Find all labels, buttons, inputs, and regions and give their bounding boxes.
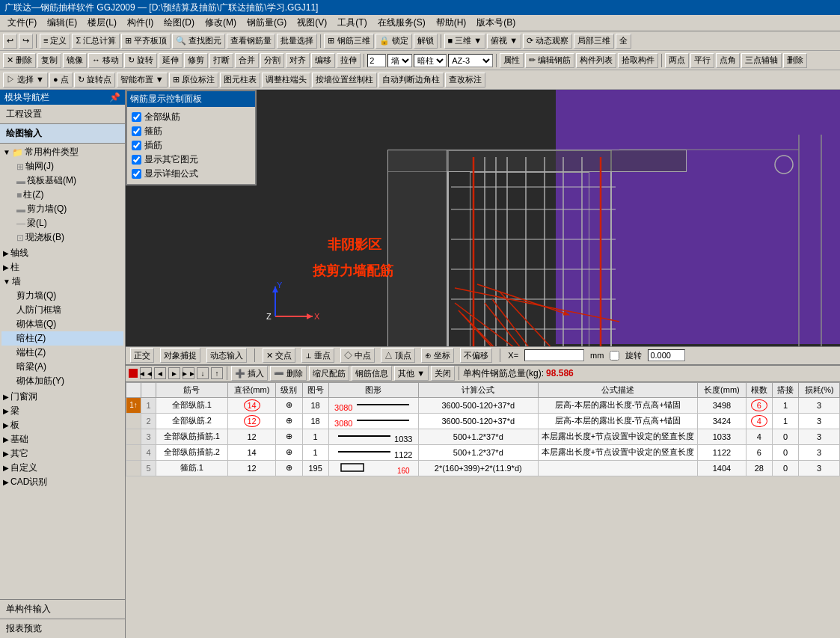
tree-common-types[interactable]: ▼ 📁 常用构件类型	[1, 145, 123, 159]
menu-online[interactable]: 在线服务(S)	[373, 16, 430, 30]
tb-unlock[interactable]: 解锁	[414, 34, 438, 49]
tree-slab[interactable]: ⊡现浇板(B)	[1, 230, 123, 245]
tb-3pt-aux[interactable]: 三点辅轴	[741, 53, 782, 68]
tree-raft[interactable]: ▬筏板基础(M)	[1, 174, 123, 188]
tb-redo[interactable]: ↪	[19, 34, 33, 49]
menu-modify[interactable]: 修改(M)	[200, 16, 241, 30]
tree-opening[interactable]: ▶ 门窗洞	[1, 390, 123, 404]
cb-other-elem[interactable]: 显示其它图元	[130, 153, 252, 167]
table-close-box[interactable]	[129, 369, 138, 378]
menu-file[interactable]: 文件(F)	[3, 16, 41, 30]
status-intersect[interactable]: ✕ 交点	[263, 348, 295, 363]
tb-component-list[interactable]: 构件列表	[576, 53, 616, 68]
tb-trim[interactable]: 修剪	[184, 53, 208, 68]
tb-smart-layout[interactable]: 智能布置 ▼	[117, 73, 168, 88]
eng-settings[interactable]: 工程设置	[0, 105, 125, 124]
tree-axis[interactable]: ⊞轴网(J)	[1, 159, 123, 174]
tb-insert-row[interactable]: ➕ 插入	[231, 366, 268, 381]
tb-rot-point[interactable]: ↻ 旋转点	[74, 73, 115, 88]
tb-merge[interactable]: 合并	[235, 53, 259, 68]
menu-draw[interactable]: 绘图(D)	[159, 16, 199, 30]
component-subtype-select[interactable]: 暗柱	[414, 54, 447, 67]
nav-next[interactable]: ►	[168, 367, 180, 379]
tb-align[interactable]: 对齐	[286, 53, 310, 68]
status-mid[interactable]: ◇ 中点	[340, 348, 375, 363]
status-vertex[interactable]: △ 顶点	[381, 348, 415, 363]
menu-help[interactable]: 帮助(H)	[432, 16, 471, 30]
nav-last[interactable]: ►►	[183, 367, 194, 379]
tb-close[interactable]: 关闭	[431, 366, 455, 381]
tree-shear-wall[interactable]: ▬剪力墙(Q)	[1, 202, 123, 216]
menu-version[interactable]: 版本号(B)	[472, 16, 520, 30]
tree-col-section[interactable]: ▶ 柱	[1, 260, 123, 274]
tb-edit-steel[interactable]: ✏ 编辑钢筋	[525, 53, 574, 68]
tree-foundation[interactable]: ▶ 基础	[1, 432, 123, 447]
tb-rotate[interactable]: ↻ 旋转	[124, 53, 157, 68]
tb-all[interactable]: 全	[616, 34, 631, 49]
tb-3d[interactable]: ■ 三维 ▼	[444, 34, 486, 49]
tb-auto-corner[interactable]: 自动判断边角柱	[378, 73, 444, 88]
tb-top-view[interactable]: 俯视 ▼	[487, 34, 521, 49]
sidebar-pin[interactable]: 📌	[109, 92, 120, 102]
x-input[interactable]	[524, 349, 584, 361]
tb-select[interactable]: ▷ 选择 ▼	[3, 73, 48, 88]
status-no-offset[interactable]: 不偏移	[460, 348, 492, 363]
tb-dynamic[interactable]: ⟳ 动态观察	[523, 34, 572, 49]
tree-masonry-steel[interactable]: 砌体加筋(Y)	[1, 374, 123, 388]
menu-floor[interactable]: 楼层(L)	[83, 16, 121, 30]
tb-inplace-mark[interactable]: ⊞ 原位标注	[169, 73, 218, 88]
tree-wall-section[interactable]: ▼ 墙	[1, 274, 123, 289]
cb-all-long[interactable]: 全部纵筋	[130, 110, 252, 124]
tb-local-3d[interactable]: 局部三维	[574, 34, 614, 49]
tb-del[interactable]: ✕ 删除	[3, 53, 36, 68]
tb-del2[interactable]: 删除	[783, 53, 807, 68]
component-id-select[interactable]: AZ-3	[448, 54, 493, 67]
cell-name3[interactable]: 全部纵筋插筋.1	[156, 429, 228, 444]
cell-name[interactable]: 全部纵筋.1	[156, 397, 228, 413]
tb-calc[interactable]: Σ 汇总计算	[72, 34, 120, 49]
tb-del-row[interactable]: ➖ 删除	[270, 366, 307, 381]
tree-air-door[interactable]: 人防门框墙	[1, 303, 123, 317]
menu-tools[interactable]: 工具(T)	[333, 16, 371, 30]
floor-input[interactable]: 2	[367, 54, 386, 67]
tb-prop[interactable]: 属性	[500, 53, 524, 68]
report-btn[interactable]: 报表预览	[0, 619, 125, 638]
tb-check-mark[interactable]: 查改标注	[445, 73, 485, 88]
tb-wall-col[interactable]: 按墙位置丝制柱	[312, 73, 377, 88]
tb-twopoint[interactable]: 两点	[665, 53, 689, 68]
status-dynamic[interactable]: 动态输入	[206, 348, 247, 363]
tree-cad[interactable]: ▶ CAD识别	[1, 475, 123, 489]
tb-stretch[interactable]: 拉伸	[337, 53, 361, 68]
menu-steel[interactable]: 钢筋量(G)	[242, 16, 291, 30]
draw-input[interactable]: 绘图输入	[0, 124, 125, 144]
tree-masonry[interactable]: 砌体墙(Q)	[1, 317, 123, 331]
status-orthogonal[interactable]: 正交	[130, 348, 154, 363]
menu-component[interactable]: 构件(I)	[123, 16, 158, 30]
tb-point[interactable]: ● 点	[49, 73, 73, 88]
nav-up[interactable]: ↑	[211, 367, 223, 379]
tb-other[interactable]: 其他 ▼	[394, 366, 429, 381]
tree-end-col[interactable]: 端柱(Z)	[1, 346, 123, 360]
cell-name4[interactable]: 全部纵筋插筋.2	[156, 444, 228, 460]
tree-custom[interactable]: ▶ 自定义	[1, 461, 123, 475]
tb-copy[interactable]: 复制	[37, 53, 61, 68]
tb-find[interactable]: 🔍 查找图元	[172, 34, 225, 49]
status-coord[interactable]: ⊕ 坐标	[421, 348, 454, 363]
tb-scale-steel[interactable]: 缩尺配筋	[309, 366, 349, 381]
tb-view-steel[interactable]: 查看钢筋量	[227, 34, 275, 49]
nav-down[interactable]: ↓	[197, 367, 209, 379]
tb-offset[interactable]: 编移	[311, 53, 335, 68]
cb-insert[interactable]: 插筋	[130, 138, 252, 153]
rotate-input[interactable]	[648, 349, 685, 361]
tb-steel-info[interactable]: 钢筋信息	[352, 366, 392, 381]
tb-angle[interactable]: 点角	[716, 53, 740, 68]
status-obj-snap[interactable]: 对象捕捉	[160, 348, 200, 363]
cell-name5[interactable]: 箍筋.1	[156, 460, 228, 476]
tree-dark-beam[interactable]: 暗梁(A)	[1, 360, 123, 374]
tb-mirror[interactable]: 镜像	[63, 53, 87, 68]
tb-lock[interactable]: 🔒 锁定	[375, 34, 412, 49]
tb-col-table[interactable]: 图元柱表	[220, 73, 260, 88]
tb-break[interactable]: 打断	[209, 53, 233, 68]
tree-beam2[interactable]: ▶ 梁	[1, 404, 123, 418]
tb-parallel[interactable]: 平行	[690, 53, 714, 68]
